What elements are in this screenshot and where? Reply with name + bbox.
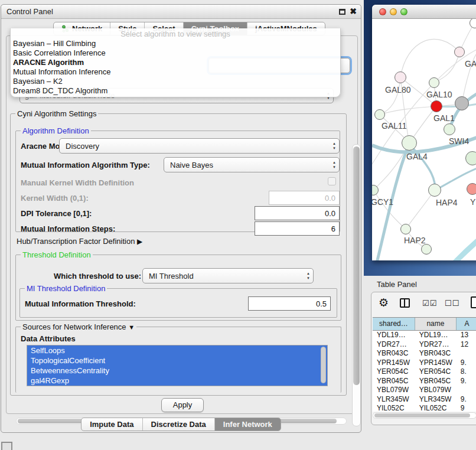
mac-zoom-icon[interactable] <box>400 8 407 15</box>
column-header-name[interactable]: name <box>415 318 457 330</box>
table-row[interactable]: YLR345WYLR345W9. <box>373 395 476 405</box>
node-label: SWI4 <box>449 136 469 146</box>
algorithm-option[interactable]: Bayesian – Hill Climbing <box>11 39 340 48</box>
manual-kernel-label: Manual Kernel Width Definition <box>21 178 134 187</box>
mi-algorithm-type-select[interactable]: Naive Bayes ▲▼ <box>164 157 340 172</box>
network-canvas[interactable]: GALGAL80GAL10GAL1GAL11SWI4GAL4GCY1HAP4YH… <box>372 19 476 260</box>
network-node-gal[interactable] <box>454 47 465 57</box>
network-node[interactable] <box>455 96 469 110</box>
column-header-shared[interactable]: shared… <box>373 318 415 330</box>
attribute-item[interactable]: BetweennessCentrality <box>27 366 327 376</box>
table-cell: 9. <box>457 395 476 405</box>
table-cell: 8. <box>457 367 476 377</box>
table-row[interactable]: YBR045CYBR045C9. <box>373 377 476 386</box>
tab-infer-network[interactable]: Infer Network <box>215 418 281 431</box>
node-label: GCY1 <box>372 197 393 207</box>
collapse-arrow-icon[interactable]: ▼ <box>128 324 135 331</box>
float-window-icon[interactable] <box>339 9 345 15</box>
attribute-item[interactable]: gal4RGexp <box>27 376 327 386</box>
scrollbar-thumb[interactable] <box>353 146 360 385</box>
mi-threshold-label: Mutual Information Threshold: <box>25 299 136 308</box>
document-icon[interactable] <box>471 296 476 308</box>
node-label: GAL80 <box>385 85 411 94</box>
tab-impute-data[interactable]: Impute Data <box>81 418 142 431</box>
node-label: GAL11 <box>382 121 407 131</box>
settings-group-title: Cyni Algorithm Settings <box>15 109 98 118</box>
algorithm-option[interactable]: Basic Correlation Inference <box>11 48 340 58</box>
table-row[interactable]: YDL19…YDL19…13 <box>373 331 476 340</box>
kernel-width-field[interactable] <box>269 191 340 205</box>
bottom-left-widget[interactable] <box>1 442 12 450</box>
mi-steps-label: Mutual Information Steps: <box>21 224 115 233</box>
table-horizontal-scrollbar[interactable] <box>373 412 476 419</box>
algorithm-option[interactable]: Mutual Information Inference <box>11 67 340 77</box>
mi-threshold-field[interactable] <box>248 296 331 311</box>
mac-minimize-icon[interactable] <box>390 8 397 15</box>
network-edge[interactable] <box>439 235 476 260</box>
network-edge[interactable] <box>406 190 435 229</box>
mi-steps-field[interactable] <box>255 221 340 236</box>
network-node[interactable] <box>421 244 432 255</box>
network-node-gal11[interactable] <box>374 109 385 120</box>
network-node-gal80[interactable] <box>395 71 406 83</box>
table-cell: YBR043C <box>373 349 415 358</box>
network-node-hap4[interactable] <box>428 184 441 197</box>
sources-group: Sources for Network Inference ▼ Data Att… <box>15 327 341 393</box>
table-cell: YLR345W <box>415 395 457 405</box>
network-edge[interactable] <box>434 52 459 83</box>
table-cell: YPR145W <box>373 358 415 368</box>
network-node-y[interactable] <box>467 183 476 195</box>
data-attributes-list[interactable]: SelfLoopsTopologicalCoefficientBetweenne… <box>27 345 328 386</box>
settings-vertical-scrollbar[interactable] <box>352 144 361 426</box>
list-scrollbar[interactable] <box>321 347 326 383</box>
table-row[interactable]: YIL052CYIL052C9 <box>373 404 476 412</box>
scrollbar-thumb[interactable] <box>374 413 470 418</box>
network-node-gal1[interactable] <box>431 100 442 112</box>
network-window-titlebar[interactable] <box>372 5 476 19</box>
network-node-swi4[interactable] <box>444 123 455 135</box>
table-row[interactable]: YBL079WYBL079W <box>373 386 476 395</box>
algorithm-option[interactable]: Dream8 DC_TDC Algorithm <box>11 86 340 96</box>
table-row[interactable]: YER054CYER054C8. <box>373 367 476 377</box>
network-node-gal10[interactable] <box>429 77 439 88</box>
attribute-item[interactable]: TopologicalCoefficient <box>27 356 327 366</box>
network-node-hap2[interactable] <box>400 224 411 234</box>
column-header-A[interactable]: A <box>457 318 476 330</box>
table-row[interactable]: YDR27…YDR27…12 <box>373 340 476 350</box>
which-threshold-select[interactable]: MI Threshold ▲▼ <box>142 268 314 283</box>
network-edge[interactable] <box>380 106 436 115</box>
threshold-definition-title: Threshold Definition <box>21 250 93 259</box>
close-icon[interactable]: ✖ <box>350 6 357 16</box>
dpi-tolerance-field[interactable] <box>255 206 340 220</box>
table-cell <box>457 349 476 358</box>
table-row[interactable]: YBR043CYBR043C <box>373 349 476 358</box>
cyni-algorithm-settings-group: Cyni Algorithm Settings Algorithm Defini… <box>10 113 347 396</box>
manual-kernel-checkbox[interactable] <box>328 177 336 185</box>
table-cell: 9 <box>457 404 476 412</box>
hub-factor-expander[interactable]: Hub/Transcription Factor Definition ▶ <box>17 237 142 246</box>
table-cell <box>457 386 476 395</box>
table-row[interactable]: YPR145WYPR145W9. <box>373 358 476 368</box>
network-node-gal4[interactable] <box>402 135 417 151</box>
network-node[interactable] <box>465 151 476 165</box>
attribute-item[interactable]: SelfLoops <box>27 345 327 356</box>
algorithm-definition-group: Algorithm Definition Aracne Mode: Discov… <box>15 131 340 232</box>
network-edge[interactable] <box>400 39 459 77</box>
columns-icon[interactable] <box>400 298 410 308</box>
threshold-definition-group: Threshold Definition Which threshold to … <box>15 255 341 321</box>
mac-close-icon[interactable] <box>379 8 386 15</box>
control-panel-titlebar[interactable]: Control Panel ✖ <box>1 5 361 19</box>
checked-checkboxes-icon[interactable]: ☑☑ <box>422 299 437 308</box>
algorithm-option[interactable]: Bayesian – K2 <box>11 77 340 86</box>
algorithm-placeholder: Select algorithm to view settings <box>11 29 340 39</box>
table-cell: YDL19… <box>415 331 457 340</box>
network-edge[interactable] <box>380 77 400 115</box>
table-rows: YDL19…YDL19…13YDR27…YDR27…12YBR043CYBR04… <box>373 331 476 412</box>
stepper-icon: ▲▼ <box>332 160 336 169</box>
aracne-mode-select[interactable]: Discovery ▲▼ <box>59 138 340 154</box>
unchecked-checkboxes-icon[interactable]: ☐☐ <box>445 299 459 308</box>
apply-button[interactable]: Apply <box>161 398 204 412</box>
gear-icon[interactable]: ⚙ <box>379 296 389 309</box>
tab-discretize-data[interactable]: Discretize Data <box>143 418 215 431</box>
algorithm-option[interactable]: ARACNE Algorithm <box>11 58 340 67</box>
